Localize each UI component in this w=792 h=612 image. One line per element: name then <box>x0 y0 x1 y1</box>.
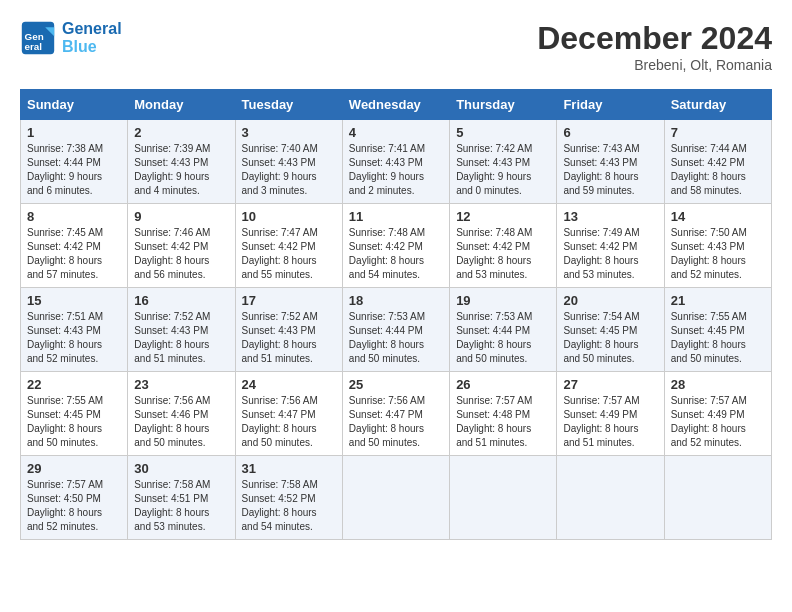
day-info: Sunrise: 7:55 AM Sunset: 4:45 PM Dayligh… <box>27 394 121 450</box>
logo: Gen eral General Blue <box>20 20 122 56</box>
week-row-3: 15Sunrise: 7:51 AM Sunset: 4:43 PM Dayli… <box>21 288 772 372</box>
day-info: Sunrise: 7:56 AM Sunset: 4:46 PM Dayligh… <box>134 394 228 450</box>
day-number: 18 <box>349 293 443 308</box>
day-cell: 24Sunrise: 7:56 AM Sunset: 4:47 PM Dayli… <box>235 372 342 456</box>
location-subtitle: Brebeni, Olt, Romania <box>537 57 772 73</box>
weekday-header-monday: Monday <box>128 90 235 120</box>
logo-text: General Blue <box>62 20 122 56</box>
day-cell: 25Sunrise: 7:56 AM Sunset: 4:47 PM Dayli… <box>342 372 449 456</box>
day-info: Sunrise: 7:56 AM Sunset: 4:47 PM Dayligh… <box>242 394 336 450</box>
day-number: 13 <box>563 209 657 224</box>
day-number: 3 <box>242 125 336 140</box>
day-info: Sunrise: 7:48 AM Sunset: 4:42 PM Dayligh… <box>456 226 550 282</box>
day-number: 2 <box>134 125 228 140</box>
day-number: 21 <box>671 293 765 308</box>
logo-icon: Gen eral <box>20 20 56 56</box>
day-info: Sunrise: 7:40 AM Sunset: 4:43 PM Dayligh… <box>242 142 336 198</box>
week-row-1: 1Sunrise: 7:38 AM Sunset: 4:44 PM Daylig… <box>21 120 772 204</box>
weekday-header-sunday: Sunday <box>21 90 128 120</box>
day-number: 17 <box>242 293 336 308</box>
day-cell <box>342 456 449 540</box>
day-info: Sunrise: 7:52 AM Sunset: 4:43 PM Dayligh… <box>242 310 336 366</box>
weekday-header-wednesday: Wednesday <box>342 90 449 120</box>
day-cell: 19Sunrise: 7:53 AM Sunset: 4:44 PM Dayli… <box>450 288 557 372</box>
day-number: 25 <box>349 377 443 392</box>
day-number: 30 <box>134 461 228 476</box>
day-number: 28 <box>671 377 765 392</box>
day-cell: 3Sunrise: 7:40 AM Sunset: 4:43 PM Daylig… <box>235 120 342 204</box>
day-info: Sunrise: 7:53 AM Sunset: 4:44 PM Dayligh… <box>456 310 550 366</box>
week-row-4: 22Sunrise: 7:55 AM Sunset: 4:45 PM Dayli… <box>21 372 772 456</box>
day-cell: 29Sunrise: 7:57 AM Sunset: 4:50 PM Dayli… <box>21 456 128 540</box>
day-cell: 12Sunrise: 7:48 AM Sunset: 4:42 PM Dayli… <box>450 204 557 288</box>
day-cell: 31Sunrise: 7:58 AM Sunset: 4:52 PM Dayli… <box>235 456 342 540</box>
day-number: 24 <box>242 377 336 392</box>
day-info: Sunrise: 7:43 AM Sunset: 4:43 PM Dayligh… <box>563 142 657 198</box>
day-cell: 30Sunrise: 7:58 AM Sunset: 4:51 PM Dayli… <box>128 456 235 540</box>
month-title: December 2024 <box>537 20 772 57</box>
day-number: 29 <box>27 461 121 476</box>
day-number: 20 <box>563 293 657 308</box>
day-number: 19 <box>456 293 550 308</box>
day-cell: 5Sunrise: 7:42 AM Sunset: 4:43 PM Daylig… <box>450 120 557 204</box>
day-cell: 17Sunrise: 7:52 AM Sunset: 4:43 PM Dayli… <box>235 288 342 372</box>
day-cell: 26Sunrise: 7:57 AM Sunset: 4:48 PM Dayli… <box>450 372 557 456</box>
day-number: 8 <box>27 209 121 224</box>
day-info: Sunrise: 7:57 AM Sunset: 4:49 PM Dayligh… <box>671 394 765 450</box>
day-info: Sunrise: 7:44 AM Sunset: 4:42 PM Dayligh… <box>671 142 765 198</box>
day-info: Sunrise: 7:57 AM Sunset: 4:50 PM Dayligh… <box>27 478 121 534</box>
week-row-5: 29Sunrise: 7:57 AM Sunset: 4:50 PM Dayli… <box>21 456 772 540</box>
weekday-header-tuesday: Tuesday <box>235 90 342 120</box>
day-info: Sunrise: 7:55 AM Sunset: 4:45 PM Dayligh… <box>671 310 765 366</box>
day-info: Sunrise: 7:57 AM Sunset: 4:49 PM Dayligh… <box>563 394 657 450</box>
day-number: 9 <box>134 209 228 224</box>
day-number: 14 <box>671 209 765 224</box>
day-info: Sunrise: 7:56 AM Sunset: 4:47 PM Dayligh… <box>349 394 443 450</box>
day-cell: 11Sunrise: 7:48 AM Sunset: 4:42 PM Dayli… <box>342 204 449 288</box>
weekday-header-friday: Friday <box>557 90 664 120</box>
day-number: 15 <box>27 293 121 308</box>
day-cell: 2Sunrise: 7:39 AM Sunset: 4:43 PM Daylig… <box>128 120 235 204</box>
day-cell: 21Sunrise: 7:55 AM Sunset: 4:45 PM Dayli… <box>664 288 771 372</box>
day-cell: 1Sunrise: 7:38 AM Sunset: 4:44 PM Daylig… <box>21 120 128 204</box>
day-info: Sunrise: 7:38 AM Sunset: 4:44 PM Dayligh… <box>27 142 121 198</box>
day-number: 6 <box>563 125 657 140</box>
day-cell: 6Sunrise: 7:43 AM Sunset: 4:43 PM Daylig… <box>557 120 664 204</box>
day-cell: 9Sunrise: 7:46 AM Sunset: 4:42 PM Daylig… <box>128 204 235 288</box>
day-info: Sunrise: 7:50 AM Sunset: 4:43 PM Dayligh… <box>671 226 765 282</box>
day-info: Sunrise: 7:48 AM Sunset: 4:42 PM Dayligh… <box>349 226 443 282</box>
day-info: Sunrise: 7:51 AM Sunset: 4:43 PM Dayligh… <box>27 310 121 366</box>
day-number: 1 <box>27 125 121 140</box>
day-info: Sunrise: 7:53 AM Sunset: 4:44 PM Dayligh… <box>349 310 443 366</box>
weekday-header-thursday: Thursday <box>450 90 557 120</box>
day-cell: 28Sunrise: 7:57 AM Sunset: 4:49 PM Dayli… <box>664 372 771 456</box>
svg-text:eral: eral <box>25 41 43 52</box>
day-cell: 15Sunrise: 7:51 AM Sunset: 4:43 PM Dayli… <box>21 288 128 372</box>
day-info: Sunrise: 7:47 AM Sunset: 4:42 PM Dayligh… <box>242 226 336 282</box>
day-info: Sunrise: 7:39 AM Sunset: 4:43 PM Dayligh… <box>134 142 228 198</box>
day-cell: 27Sunrise: 7:57 AM Sunset: 4:49 PM Dayli… <box>557 372 664 456</box>
day-number: 23 <box>134 377 228 392</box>
day-info: Sunrise: 7:41 AM Sunset: 4:43 PM Dayligh… <box>349 142 443 198</box>
week-row-2: 8Sunrise: 7:45 AM Sunset: 4:42 PM Daylig… <box>21 204 772 288</box>
title-block: December 2024 Brebeni, Olt, Romania <box>537 20 772 73</box>
weekday-header-saturday: Saturday <box>664 90 771 120</box>
day-number: 31 <box>242 461 336 476</box>
day-info: Sunrise: 7:45 AM Sunset: 4:42 PM Dayligh… <box>27 226 121 282</box>
day-number: 5 <box>456 125 550 140</box>
day-number: 7 <box>671 125 765 140</box>
day-cell <box>664 456 771 540</box>
day-cell: 20Sunrise: 7:54 AM Sunset: 4:45 PM Dayli… <box>557 288 664 372</box>
day-number: 12 <box>456 209 550 224</box>
day-number: 10 <box>242 209 336 224</box>
day-cell: 10Sunrise: 7:47 AM Sunset: 4:42 PM Dayli… <box>235 204 342 288</box>
day-number: 26 <box>456 377 550 392</box>
calendar-body: 1Sunrise: 7:38 AM Sunset: 4:44 PM Daylig… <box>21 120 772 540</box>
day-cell <box>557 456 664 540</box>
day-cell: 13Sunrise: 7:49 AM Sunset: 4:42 PM Dayli… <box>557 204 664 288</box>
day-info: Sunrise: 7:49 AM Sunset: 4:42 PM Dayligh… <box>563 226 657 282</box>
day-cell: 16Sunrise: 7:52 AM Sunset: 4:43 PM Dayli… <box>128 288 235 372</box>
day-cell: 7Sunrise: 7:44 AM Sunset: 4:42 PM Daylig… <box>664 120 771 204</box>
day-number: 11 <box>349 209 443 224</box>
day-cell: 18Sunrise: 7:53 AM Sunset: 4:44 PM Dayli… <box>342 288 449 372</box>
